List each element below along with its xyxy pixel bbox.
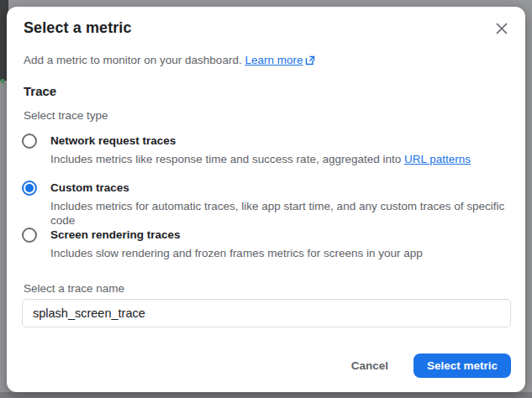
select-metric-button[interactable]: Select metric: [413, 353, 511, 378]
select-metric-dialog: Select a metric Add a metric to monitor …: [7, 7, 525, 392]
radio-option-custom-traces[interactable]: Custom traces Includes metrics for autom…: [22, 181, 508, 228]
radio-option-label[interactable]: Screen rendering traces: [50, 228, 508, 243]
trace-name-input[interactable]: [22, 299, 511, 327]
dialog-footer: Cancel Select metric: [338, 353, 511, 379]
radio-option-description: Includes metrics for automatic traces, l…: [50, 199, 508, 228]
close-icon: [495, 22, 508, 35]
radio-button-unselected[interactable]: [22, 228, 37, 243]
description-text: Includes metrics like response time and …: [50, 153, 404, 165]
trace-type-label: Select trace type: [24, 109, 108, 122]
url-patterns-link[interactable]: URL patterns: [404, 153, 471, 165]
radio-option-screen-rendering-traces[interactable]: Screen rendering traces Includes slow re…: [22, 228, 508, 260]
dialog-subtitle: Add a metric to monitor on your dashboar…: [24, 53, 315, 70]
trace-name-label: Select a trace name: [24, 282, 124, 295]
subtitle-text: Add a metric to monitor on your dashboar…: [24, 54, 245, 66]
radio-option-label[interactable]: Custom traces: [50, 181, 508, 196]
radio-option-description: Includes metrics like response time and …: [50, 152, 508, 166]
backdrop-page-remnant-dot: [1, 79, 4, 83]
close-button[interactable]: [492, 19, 511, 38]
radio-button-selected[interactable]: [22, 181, 37, 196]
backdrop-bottom-strip: [0, 392, 532, 398]
cancel-button[interactable]: Cancel: [338, 353, 402, 379]
learn-more-link[interactable]: Learn more: [245, 54, 303, 66]
radio-option-label[interactable]: Network request traces: [50, 134, 508, 149]
dialog-title: Select a metric: [24, 19, 132, 37]
radio-option-description: Includes slow rendering and frozen frame…: [50, 246, 508, 260]
radio-option-network-request-traces[interactable]: Network request traces Includes metrics …: [22, 134, 508, 166]
radio-button-unselected[interactable]: [22, 134, 37, 149]
trace-section-heading: Trace: [24, 84, 56, 98]
external-link-icon: [305, 55, 315, 70]
